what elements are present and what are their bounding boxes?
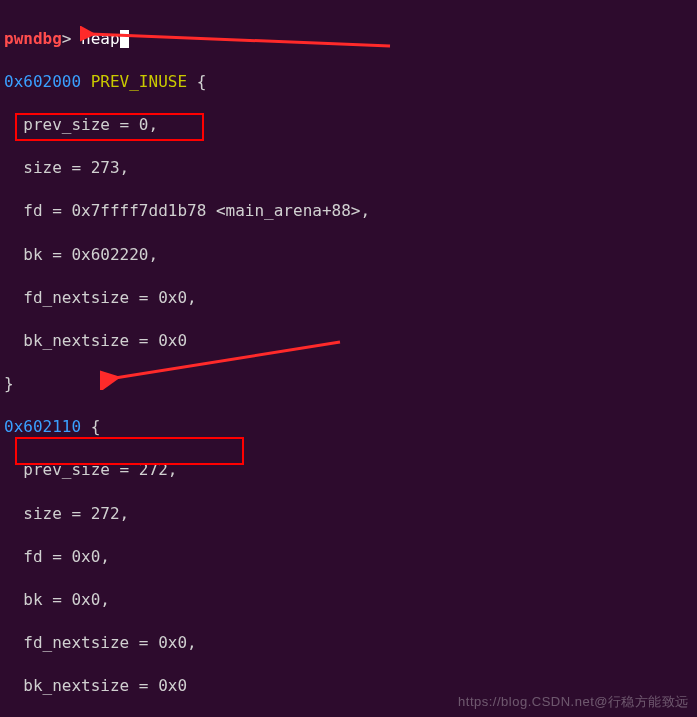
- chunk0-prev-size: prev_size = 0,: [4, 114, 687, 136]
- chunk0-addr: 0x602000: [4, 72, 81, 91]
- chunk0-bk-nextsize: bk_nextsize = 0x0: [4, 330, 687, 352]
- terminal-output: pwndbg> heap 0x602000 PREV_INUSE { prev_…: [0, 0, 697, 717]
- chunk1-bk: bk = 0x0,: [4, 589, 687, 611]
- chunk0-header: 0x602000 PREV_INUSE {: [4, 71, 687, 93]
- chunk1-prev-size: prev_size = 272,: [4, 459, 687, 481]
- chunk1-addr: 0x602110: [4, 417, 81, 436]
- chunk0-close: }: [4, 373, 687, 395]
- watermark-text: https://blog.CSDN.net@行稳方能致远: [458, 693, 689, 711]
- chunk0-fd: fd = 0x7ffff7dd1b78 <main_arena+88>,: [4, 200, 687, 222]
- chunk1-size: size = 272,: [4, 503, 687, 525]
- prompt-text: pwndbg: [4, 29, 62, 48]
- chunk1-fd: fd = 0x0,: [4, 546, 687, 568]
- chunk0-size: size = 273,: [4, 157, 687, 179]
- chunk0-fd-nextsize: fd_nextsize = 0x0,: [4, 287, 687, 309]
- chunk0-bk: bk = 0x602220,: [4, 244, 687, 266]
- cursor-icon: [120, 30, 129, 48]
- chunk1-header: 0x602110 {: [4, 416, 687, 438]
- prompt-line[interactable]: pwndbg> heap: [4, 28, 687, 50]
- chunk0-flag: PREV_INUSE: [91, 72, 187, 91]
- prompt-gt: >: [62, 29, 72, 48]
- chunk1-fd-nextsize: fd_nextsize = 0x0,: [4, 632, 687, 654]
- command-text: heap: [81, 29, 120, 48]
